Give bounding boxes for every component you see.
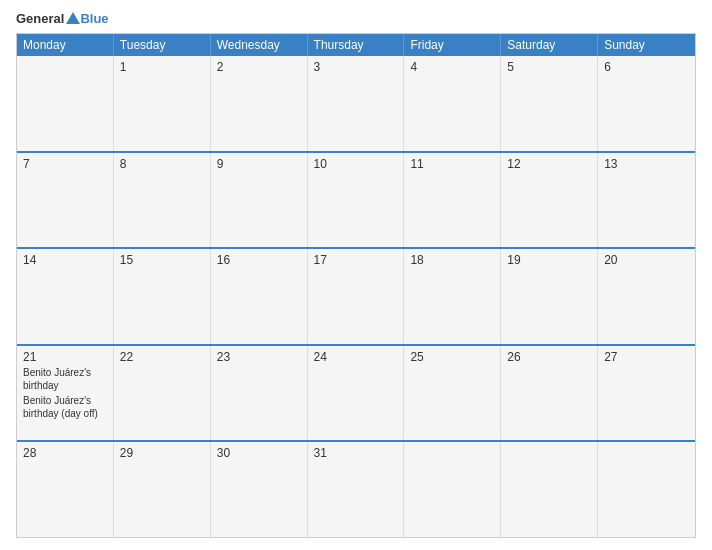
header: GeneralBlue [16,12,696,25]
day-cell: 1 [114,56,211,151]
week-row-5: 28293031 [17,442,695,537]
day-cell: 20 [598,249,695,344]
logo: GeneralBlue [16,12,109,25]
day-number: 17 [314,253,398,267]
day-number: 18 [410,253,494,267]
day-cell [17,56,114,151]
day-number: 31 [314,446,398,460]
day-cell [598,442,695,537]
week-row-4: 21Benito Juárez's birthday Benito Juárez… [17,346,695,443]
day-number: 23 [217,350,301,364]
day-cell: 31 [308,442,405,537]
day-cell: 6 [598,56,695,151]
day-header-friday: Friday [404,34,501,56]
day-cell: 8 [114,153,211,248]
day-number: 2 [217,60,301,74]
day-cell: 7 [17,153,114,248]
day-number: 6 [604,60,689,74]
day-cell [501,442,598,537]
day-cell: 29 [114,442,211,537]
day-cell: 30 [211,442,308,537]
day-cell: 9 [211,153,308,248]
day-cell: 21Benito Juárez's birthday Benito Juárez… [17,346,114,441]
day-cell: 25 [404,346,501,441]
day-cell: 17 [308,249,405,344]
logo-blue-text: Blue [80,12,108,25]
day-cell: 10 [308,153,405,248]
day-number: 30 [217,446,301,460]
day-number: 5 [507,60,591,74]
day-header-monday: Monday [17,34,114,56]
day-number: 20 [604,253,689,267]
logo-general-text: General [16,12,64,25]
day-number: 26 [507,350,591,364]
day-number: 16 [217,253,301,267]
day-cell: 13 [598,153,695,248]
day-number: 14 [23,253,107,267]
day-header-tuesday: Tuesday [114,34,211,56]
day-cell: 12 [501,153,598,248]
day-number: 29 [120,446,204,460]
logo-triangle-icon [66,12,80,24]
day-cell: 22 [114,346,211,441]
day-cell: 2 [211,56,308,151]
day-number: 25 [410,350,494,364]
week-row-3: 14151617181920 [17,249,695,346]
day-number: 28 [23,446,107,460]
day-header-thursday: Thursday [308,34,405,56]
day-cell: 23 [211,346,308,441]
calendar: MondayTuesdayWednesdayThursdayFridaySatu… [16,33,696,538]
day-header-wednesday: Wednesday [211,34,308,56]
day-number: 27 [604,350,689,364]
day-cell: 27 [598,346,695,441]
day-number: 9 [217,157,301,171]
day-cell: 4 [404,56,501,151]
day-number: 8 [120,157,204,171]
day-number: 12 [507,157,591,171]
day-number: 24 [314,350,398,364]
day-cell: 3 [308,56,405,151]
day-number: 7 [23,157,107,171]
weeks: 123456789101112131415161718192021Benito … [17,56,695,537]
day-cell: 16 [211,249,308,344]
day-cell [404,442,501,537]
day-cell: 15 [114,249,211,344]
day-number: 3 [314,60,398,74]
day-cell: 14 [17,249,114,344]
day-number: 10 [314,157,398,171]
calendar-page: GeneralBlue MondayTuesdayWednesdayThursd… [0,0,712,550]
day-cell: 24 [308,346,405,441]
day-cell: 18 [404,249,501,344]
day-cell: 11 [404,153,501,248]
event-text: Benito Juárez's birthday (day off) [23,394,107,420]
day-number: 11 [410,157,494,171]
event-text: Benito Juárez's birthday [23,366,107,392]
day-cell: 19 [501,249,598,344]
day-cell: 28 [17,442,114,537]
day-number: 1 [120,60,204,74]
day-cell: 26 [501,346,598,441]
day-header-sunday: Sunday [598,34,695,56]
day-number: 13 [604,157,689,171]
day-header-saturday: Saturday [501,34,598,56]
day-number: 22 [120,350,204,364]
day-cell: 5 [501,56,598,151]
day-number: 4 [410,60,494,74]
day-number: 19 [507,253,591,267]
day-number: 15 [120,253,204,267]
week-row-2: 78910111213 [17,153,695,250]
day-number: 21 [23,350,107,364]
week-row-1: 123456 [17,56,695,153]
day-headers: MondayTuesdayWednesdayThursdayFridaySatu… [17,34,695,56]
